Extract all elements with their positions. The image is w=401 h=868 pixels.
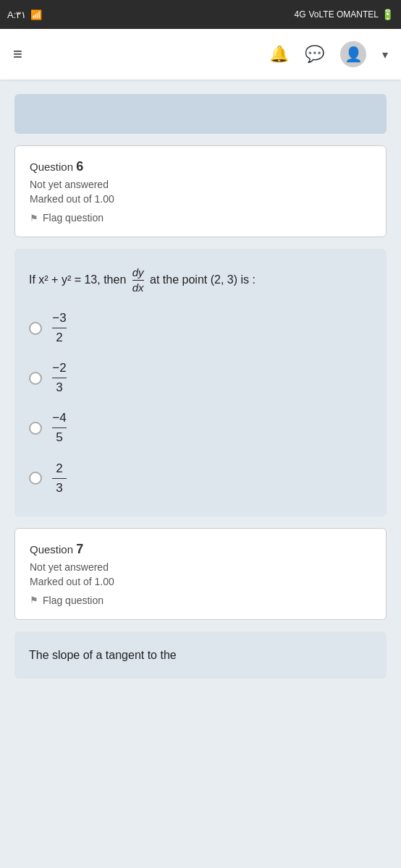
- dy-dx-fraction: dy dx: [132, 266, 144, 294]
- question-7-card: Question 7 Not yet answered Marked out o…: [14, 528, 387, 620]
- battery-icon: 🔋: [381, 9, 394, 20]
- math-question-7-area: The slope of a tangent to the: [14, 631, 387, 679]
- option-1-denominator: 2: [52, 328, 67, 346]
- status-bar: A:٣١ 📶 4G VoLTE OMANTEL 🔋: [0, 0, 401, 29]
- option-2[interactable]: −2 3: [29, 360, 372, 396]
- option-4[interactable]: 2 3: [29, 461, 372, 496]
- radio-2[interactable]: [29, 372, 42, 385]
- page-body: Question 6 Not yet answered Marked out o…: [0, 80, 401, 693]
- nav-left: ≡: [13, 45, 22, 64]
- question-label: Question: [30, 161, 73, 173]
- math-question-7-text: The slope of a tangent to the: [29, 646, 372, 665]
- radio-4[interactable]: [29, 472, 42, 485]
- flag-7-icon: ⚑: [30, 595, 38, 605]
- fraction-option-2: −2 3: [52, 360, 67, 396]
- question-7-title: Question 7: [30, 542, 371, 557]
- flag-question-7-button[interactable]: ⚑ Flag question: [30, 595, 371, 606]
- radio-3[interactable]: [29, 422, 42, 435]
- nav-icons: 🔔 💬 👤 ▾: [269, 41, 388, 67]
- question-6-status: Not yet answered: [30, 179, 371, 190]
- radio-1[interactable]: [29, 322, 42, 335]
- status-time: A:٣١: [7, 9, 26, 20]
- fraction-numerator: dy: [132, 266, 144, 281]
- question-number: 6: [76, 159, 83, 174]
- option-1[interactable]: −3 2: [29, 310, 372, 346]
- option-1-numerator: −3: [52, 310, 67, 328]
- option-2-denominator: 3: [52, 378, 67, 396]
- question-7-label: Question: [30, 543, 73, 556]
- math-question-6-text: If x² + y² = 13, then dy dx at the point…: [29, 266, 372, 294]
- top-banner: [14, 94, 387, 134]
- question-7-status: Not yet answered: [30, 561, 371, 573]
- avatar[interactable]: 👤: [340, 41, 366, 67]
- flag-label: Flag question: [43, 212, 104, 224]
- menu-icon[interactable]: ≡: [13, 45, 22, 64]
- question-7-marked: Marked out of 1.00: [30, 576, 371, 587]
- question-6-marked: Marked out of 1.00: [30, 193, 371, 205]
- flag-7-label: Flag question: [43, 595, 104, 606]
- signal-icon: 📶: [30, 9, 42, 20]
- question-6-intro: If x² + y² = 13, then: [29, 273, 126, 286]
- fraction-option-3: −4 5: [52, 410, 67, 446]
- signal-strength: 4G: [295, 9, 306, 20]
- option-3-numerator: −4: [52, 410, 67, 428]
- flag-question-6-button[interactable]: ⚑ Flag question: [30, 212, 371, 224]
- question-6-card: Question 6 Not yet answered Marked out o…: [14, 145, 387, 237]
- avatar-icon: 👤: [345, 46, 363, 63]
- flag-icon: ⚑: [30, 213, 38, 224]
- math-question-6-area: If x² + y² = 13, then dy dx at the point…: [14, 249, 387, 516]
- status-left: A:٣١ 📶: [7, 9, 42, 20]
- question-7-number: 7: [76, 542, 83, 556]
- fraction-denominator: dx: [132, 281, 144, 294]
- fraction-option-1: −3 2: [52, 310, 67, 346]
- chat-icon[interactable]: 💬: [305, 45, 324, 64]
- option-3[interactable]: −4 5: [29, 410, 372, 446]
- option-3-denominator: 5: [52, 428, 67, 446]
- dropdown-arrow-icon[interactable]: ▾: [382, 48, 388, 61]
- option-2-numerator: −2: [52, 360, 67, 378]
- fraction-option-4: 2 3: [52, 461, 67, 496]
- carrier-name: VoLTE OMANTEL: [309, 9, 379, 20]
- bell-icon[interactable]: 🔔: [269, 45, 289, 64]
- question-6-title: Question 6: [30, 159, 371, 174]
- option-4-numerator: 2: [52, 461, 67, 479]
- option-4-denominator: 3: [52, 479, 67, 496]
- status-right: 4G VoLTE OMANTEL 🔋: [295, 9, 394, 20]
- nav-bar: ≡ 🔔 💬 👤 ▾: [0, 29, 401, 80]
- question-6-suffix: at the point (2, 3) is :: [150, 273, 256, 286]
- options-list: −3 2 −2 3 −4 5: [29, 310, 372, 496]
